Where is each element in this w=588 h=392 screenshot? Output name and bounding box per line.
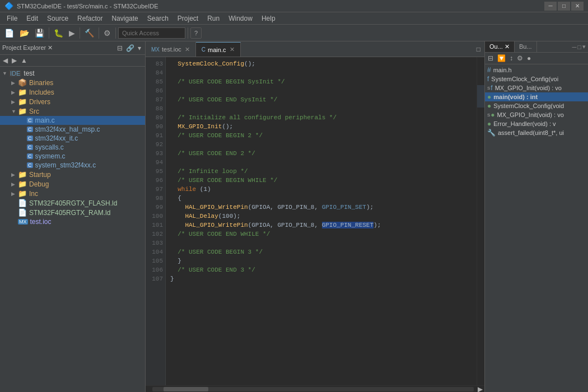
tree-item-ram-ld[interactable]: 📄 STM32F405RGTX_RAM.ld xyxy=(0,208,145,217)
outline-item-error-handler[interactable]: ● Error_Handler(void) : v xyxy=(485,119,588,128)
tab-label: main.c xyxy=(208,46,226,53)
tree-item-binaries[interactable]: ▶ 📦 Binaries xyxy=(0,78,145,87)
maximize-button[interactable]: □ xyxy=(558,2,570,11)
outline-item-sysclock2[interactable]: ● SystemClock_Config(void xyxy=(485,101,588,110)
menu-item-refactor[interactable]: Refactor xyxy=(73,13,107,24)
toolbar-separator-4 xyxy=(115,27,116,39)
ld-file-icon: 📄 xyxy=(18,199,27,207)
tree-item-syscalls[interactable]: C syscalls.c xyxy=(0,143,145,152)
outline-settings[interactable]: ⚙ xyxy=(515,54,525,63)
h-scroll-track[interactable] xyxy=(152,387,474,391)
scroll-right-button[interactable]: ▶ xyxy=(476,385,484,393)
expand-arrow xyxy=(11,200,18,206)
menu-item-project[interactable]: Project xyxy=(173,13,203,24)
right-panel-menu[interactable]: ▾ xyxy=(582,43,586,50)
expand-arrow: ▶ xyxy=(11,191,18,197)
outline-dot-icon: ● xyxy=(491,111,494,119)
tab-close-ioc[interactable]: ✕ xyxy=(185,46,190,53)
tree-item-system-stm[interactable]: C system_stm32f4xx.c xyxy=(0,161,145,170)
expand-arrow xyxy=(20,144,27,150)
tree-item-label: Binaries xyxy=(29,79,53,87)
menu-item-edit[interactable]: Edit xyxy=(22,13,43,24)
tree-item-main-c[interactable]: C main.c xyxy=(0,116,145,125)
tree-item-hal-it[interactable]: C stm32f4xx_it.c xyxy=(0,134,145,143)
outline-item-main-h[interactable]: # main.h xyxy=(485,66,588,74)
expand-arrow: ▼ xyxy=(2,71,9,76)
outline-dot-icon: ● xyxy=(487,102,491,110)
code-content[interactable]: SystemClock_Config(); /* USER CODE BEGIN… xyxy=(166,57,477,385)
outline-item-label: main.h xyxy=(493,67,512,73)
outline-toolbar: ⊟ 🔽 ↕ ⚙ ● xyxy=(485,53,588,64)
link-editor-button[interactable]: 🔗 xyxy=(124,44,136,53)
new-button[interactable]: 📄 xyxy=(2,26,16,40)
tab-close-main[interactable]: ✕ xyxy=(230,46,235,53)
forward-button[interactable]: ▶ xyxy=(10,56,18,65)
tree-item-flash-ld[interactable]: 📄 STM32F405RGTX_FLASH.ld xyxy=(0,198,145,208)
tree-item-hal-msp[interactable]: C stm32f4xx_hal_msp.c xyxy=(0,125,145,134)
tree-item-label: sysmem.c xyxy=(35,152,66,160)
editor-tabs: MX test.ioc ✕ C main.c ✕ □ xyxy=(146,41,484,57)
maximize-right-panel[interactable]: □ xyxy=(577,44,581,50)
tree-item-src[interactable]: ▼ 📁 Src xyxy=(0,106,145,116)
tree-item-debug[interactable]: ▶ 📁 Debug xyxy=(0,179,145,189)
tree-item-ioc[interactable]: MX test.ioc xyxy=(0,217,145,226)
tab-outline[interactable]: Ou... ✕ xyxy=(485,41,515,52)
outline-item-sysclock[interactable]: f SystemClock_Config(voi xyxy=(485,74,588,83)
outline-item-assert-failed[interactable]: 🔧 assert_failed(uint8_t*, ui xyxy=(485,128,588,137)
tab-main-c[interactable]: C main.c ✕ xyxy=(196,42,241,57)
tree-item-includes[interactable]: ▶ 📁 Includes xyxy=(0,87,145,97)
tree-item-test[interactable]: ▼ IDE test xyxy=(0,69,145,78)
menu-item-search[interactable]: Search xyxy=(143,13,173,24)
maximize-editor-button[interactable]: □ xyxy=(475,45,482,54)
tree-item-drivers[interactable]: ▶ 📁 Drivers xyxy=(0,97,145,106)
tab-build-outline[interactable]: Bu... xyxy=(515,41,537,52)
up-button[interactable]: ▲ xyxy=(19,56,29,65)
outline-item-main[interactable]: ● main(void) : int xyxy=(485,92,588,101)
panel-menu-button[interactable]: ▾ xyxy=(136,44,143,53)
close-button[interactable]: ✕ xyxy=(571,2,584,11)
minimize-right-panel[interactable]: ─ xyxy=(572,44,577,50)
tree-item-label: Drivers xyxy=(29,98,50,106)
outline-dot-icon: ● xyxy=(487,93,491,101)
back-button[interactable]: ◀ xyxy=(1,56,10,65)
window-controls: ─ □ ✕ xyxy=(544,2,584,11)
outline-sort[interactable]: ↕ xyxy=(508,54,515,63)
menu-item-navigate[interactable]: Navigate xyxy=(107,13,142,24)
c-tab-icon: C xyxy=(202,46,206,53)
open-button[interactable]: 📂 xyxy=(17,26,31,40)
menu-item-window[interactable]: Window xyxy=(224,13,257,24)
menu-item-source[interactable]: Source xyxy=(43,13,73,24)
menu-item-help[interactable]: Help xyxy=(257,13,280,24)
toolbar-separator-1 xyxy=(49,27,49,39)
outline-item-mx-gpio-s[interactable]: S f MX_GPIO_Init(void) : vo xyxy=(485,83,588,92)
debug-button[interactable]: 🐛 xyxy=(52,26,66,40)
outline-item-mx-gpio[interactable]: S ● MX_GPIO_Init(void) : vo xyxy=(485,110,588,119)
minimize-button[interactable]: ─ xyxy=(544,2,557,11)
expand-arrow xyxy=(20,162,27,168)
tree-item-sysmem[interactable]: C sysmem.c xyxy=(0,152,145,161)
help-button[interactable]: ? xyxy=(190,27,202,39)
h-scroll-thumb[interactable] xyxy=(164,387,208,391)
outline-filter[interactable]: 🔽 xyxy=(496,54,507,63)
save-button[interactable]: 💾 xyxy=(32,26,46,40)
title-bar: 🔷 STM32CubeIDE - test/Src/main.c - STM32… xyxy=(0,0,588,12)
menu-item-run[interactable]: Run xyxy=(203,13,224,24)
toolbar-separator-5 xyxy=(188,27,188,39)
collapse-all-button[interactable]: ⊟ xyxy=(115,44,124,53)
menu-item-file[interactable]: File xyxy=(2,13,22,24)
run-button[interactable]: ▶ xyxy=(67,26,77,40)
tab-test-ioc[interactable]: MX test.ioc ✕ xyxy=(146,42,196,57)
build-button[interactable]: 🔨 xyxy=(82,26,96,40)
window-title: STM32CubeIDE - test/Src/main.c - STM32Cu… xyxy=(17,3,544,10)
tree-item-startup[interactable]: ▶ 📁 Startup xyxy=(0,170,145,179)
toolbar-separator-3 xyxy=(99,27,99,39)
outline-extra[interactable]: ● xyxy=(525,54,533,63)
editor-horizontal-scrollbar[interactable]: ▶ xyxy=(146,385,484,392)
settings-button[interactable]: ⚙ xyxy=(101,26,113,40)
tree-item-inc[interactable]: ▶ 📁 Inc xyxy=(0,189,145,198)
includes-icon: 📁 xyxy=(18,88,27,96)
superscript-s: S xyxy=(487,86,490,91)
quick-access-search[interactable] xyxy=(118,27,185,39)
outline-collapse[interactable]: ⊟ xyxy=(486,54,495,63)
tree-item-label: stm32f4xx_it.c xyxy=(35,134,78,142)
